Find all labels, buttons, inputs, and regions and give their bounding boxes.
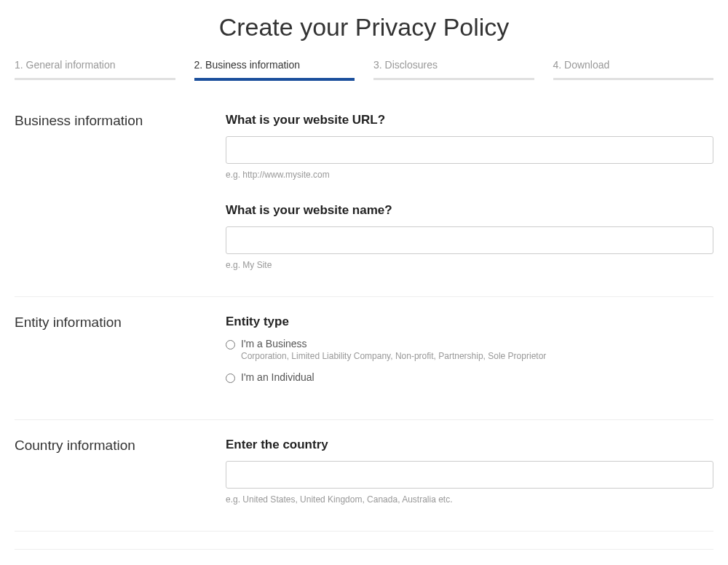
step-label: 1. General information <box>15 59 175 78</box>
step-bar <box>15 78 175 80</box>
step-bar <box>373 78 534 80</box>
footer-nav: Previous step Next step <box>15 549 713 565</box>
section-heading-business: Business information <box>15 113 226 129</box>
section-business: Business information What is your websit… <box>15 113 713 297</box>
step-disclosures[interactable]: 3. Disclosures <box>373 59 534 81</box>
label-website-name: What is your website name? <box>226 203 713 218</box>
section-country: Country information Enter the country e.… <box>15 438 713 532</box>
section-entity: Entity information Entity type I'm a Bus… <box>15 315 713 420</box>
hint-country: e.g. United States, United Kingdom, Cana… <box>226 494 713 505</box>
radio-input-business[interactable] <box>226 340 235 349</box>
field-website-name: What is your website name? e.g. My Site <box>226 203 713 270</box>
step-bar <box>553 78 714 80</box>
page-title: Create your Privacy Policy <box>15 13 713 42</box>
radio-label-individual: I'm an Individual <box>241 371 314 383</box>
step-business[interactable]: 2. Business information <box>194 59 355 81</box>
hint-website-name: e.g. My Site <box>226 260 713 270</box>
radio-option-individual[interactable]: I'm an Individual <box>226 371 713 383</box>
label-entity-type: Entity type <box>226 315 713 329</box>
field-country: Enter the country e.g. United States, Un… <box>226 438 713 505</box>
input-country[interactable] <box>226 461 713 489</box>
step-label: 2. Business information <box>194 59 355 78</box>
radio-label-business: I'm a Business <box>241 338 546 349</box>
radio-input-individual[interactable] <box>226 374 235 383</box>
field-website-url: What is your website URL? e.g. http://ww… <box>226 113 713 180</box>
field-entity-type: Entity type I'm a Business Corporation, … <box>226 315 713 383</box>
step-label: 4. Download <box>553 59 714 78</box>
section-heading-entity: Entity information <box>15 315 226 331</box>
radio-option-business[interactable]: I'm a Business Corporation, Limited Liab… <box>226 338 713 361</box>
input-website-name[interactable] <box>226 226 713 254</box>
step-label: 3. Disclosures <box>373 59 534 78</box>
step-general[interactable]: 1. General information <box>15 59 175 81</box>
input-website-url[interactable] <box>226 136 713 164</box>
step-nav: 1. General information 2. Business infor… <box>15 59 713 81</box>
step-download[interactable]: 4. Download <box>553 59 714 81</box>
label-country: Enter the country <box>226 438 713 452</box>
step-bar <box>194 78 355 81</box>
label-website-url: What is your website URL? <box>226 113 713 127</box>
section-heading-country: Country information <box>15 438 226 454</box>
radio-sub-business: Corporation, Limited Liability Company, … <box>241 351 546 361</box>
hint-website-url: e.g. http://www.mysite.com <box>226 170 713 180</box>
